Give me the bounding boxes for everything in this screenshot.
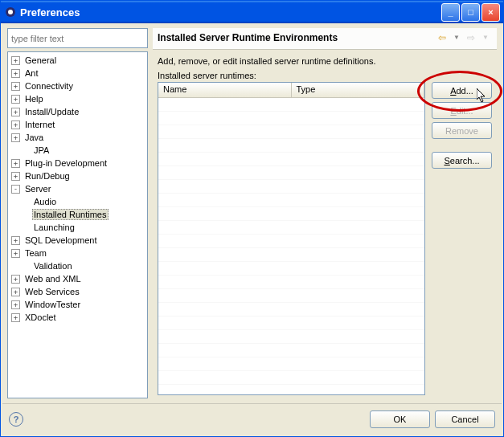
- tree-item-label: Launching: [32, 223, 76, 232]
- tree-item[interactable]: -Server: [8, 182, 147, 195]
- expand-icon[interactable]: +: [11, 288, 20, 296]
- back-icon[interactable]: ⇦: [436, 31, 449, 44]
- minimize-button[interactable]: _: [441, 3, 460, 22]
- page-title: Installed Server Runtime Environments: [158, 32, 434, 43]
- edit-button: Edit...: [432, 102, 492, 119]
- tree-item-label: Internet: [23, 120, 56, 129]
- tree-item[interactable]: JPA: [8, 144, 147, 157]
- dropdown-icon[interactable]: ▼: [450, 31, 463, 44]
- dropdown-icon: ▼: [479, 31, 492, 44]
- categories-tree[interactable]: +General+Ant+Connectivity+Help+Install/U…: [7, 51, 148, 398]
- svg-point-1: [8, 10, 13, 14]
- tree-item-label: Run/Debug: [23, 171, 72, 181]
- tree-item-label: Help: [23, 94, 45, 104]
- ok-button[interactable]: OK: [370, 410, 430, 428]
- tree-item-label: SQL Development: [23, 235, 98, 245]
- tree-item[interactable]: +WindowTester: [8, 298, 147, 311]
- tree-item-label: WindowTester: [23, 300, 82, 309]
- expand-icon[interactable]: +: [11, 313, 20, 322]
- tree-item-label: Connectivity: [23, 81, 75, 91]
- expand-icon[interactable]: +: [11, 95, 20, 104]
- tree-item[interactable]: +SQL Development: [8, 234, 147, 247]
- tree-item-label: Validation: [32, 261, 74, 271]
- column-name[interactable]: Name: [158, 83, 292, 97]
- expand-icon[interactable]: +: [11, 159, 20, 168]
- search-button[interactable]: Search...: [432, 152, 492, 169]
- tree-item-label: Server: [23, 184, 52, 194]
- tree-item[interactable]: +Plug-in Development: [8, 157, 147, 169]
- expand-icon[interactable]: +: [11, 120, 20, 129]
- page-description: Add, remove, or edit installed server ru…: [153, 50, 497, 69]
- expand-icon[interactable]: +: [11, 133, 20, 142]
- filter-input[interactable]: [7, 28, 148, 48]
- tree-item-label: Web Services: [23, 287, 81, 296]
- tree-item-label: Audio: [32, 197, 58, 206]
- expand-icon[interactable]: +: [11, 82, 20, 91]
- expand-icon[interactable]: +: [11, 275, 20, 284]
- tree-item-label: General: [23, 55, 58, 65]
- tree-item[interactable]: Installed Runtimes: [8, 208, 147, 221]
- table-body: [158, 98, 424, 394]
- title-bar: Preferences _ □ ×: [1, 1, 503, 23]
- tree-item[interactable]: Launching: [8, 221, 147, 234]
- tree-item[interactable]: +XDoclet: [8, 311, 147, 324]
- tree-item[interactable]: +Java: [8, 131, 147, 144]
- expand-icon[interactable]: +: [11, 69, 20, 78]
- expand-icon[interactable]: +: [11, 300, 20, 309]
- runtimes-table[interactable]: Name Type: [158, 82, 425, 395]
- tree-item[interactable]: +Run/Debug: [8, 169, 147, 182]
- tree-item-label: Installed Runtimes: [32, 209, 109, 220]
- tree-item-label: Plug-in Development: [23, 158, 109, 168]
- list-label: Installed server runtimes:: [153, 69, 497, 82]
- tree-item-label: JPA: [32, 145, 51, 155]
- tree-item[interactable]: +Internet: [8, 118, 147, 131]
- column-type[interactable]: Type: [292, 83, 425, 97]
- tree-item[interactable]: +Team: [8, 247, 147, 259]
- tree-item[interactable]: Audio: [8, 195, 147, 208]
- cancel-button[interactable]: Cancel: [435, 410, 495, 428]
- forward-icon: ⇨: [465, 31, 477, 44]
- maximize-button[interactable]: □: [461, 3, 480, 22]
- add-button[interactable]: Add...: [432, 82, 492, 99]
- expand-icon[interactable]: +: [11, 249, 20, 258]
- tree-item[interactable]: +Connectivity: [8, 80, 147, 92]
- tree-item-label: Ant: [23, 68, 40, 78]
- tree-item-label: Web and XML: [23, 274, 83, 284]
- remove-button: Remove: [432, 122, 492, 139]
- app-icon: [4, 6, 17, 18]
- tree-item-label: Java: [23, 133, 45, 142]
- expand-icon[interactable]: +: [11, 108, 20, 116]
- expand-icon[interactable]: +: [11, 172, 20, 181]
- tree-item[interactable]: +General: [8, 54, 147, 67]
- tree-item[interactable]: +Help: [8, 92, 147, 105]
- tree-item-label: Team: [23, 248, 48, 258]
- expand-icon[interactable]: +: [11, 56, 20, 65]
- window-title: Preferences: [20, 6, 80, 18]
- tree-item[interactable]: +Install/Update: [8, 105, 147, 118]
- help-icon[interactable]: ?: [9, 412, 23, 427]
- close-button[interactable]: ×: [481, 3, 500, 22]
- tree-item[interactable]: Validation: [8, 259, 147, 272]
- tree-item[interactable]: +Web Services: [8, 285, 147, 298]
- expand-icon[interactable]: +: [11, 236, 20, 245]
- tree-item[interactable]: +Ant: [8, 67, 147, 80]
- collapse-icon[interactable]: -: [11, 185, 20, 194]
- tree-item-label: XDoclet: [23, 312, 58, 322]
- tree-item-label: Install/Update: [23, 107, 80, 116]
- tree-item[interactable]: +Web and XML: [8, 272, 147, 285]
